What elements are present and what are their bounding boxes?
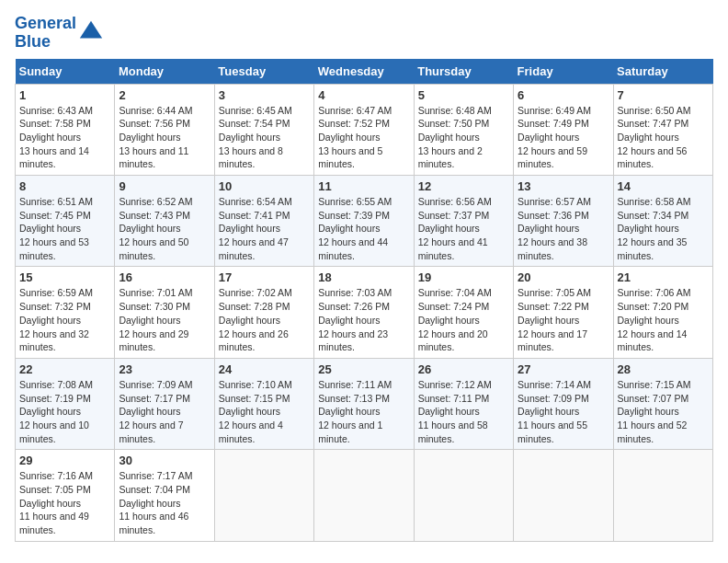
- calendar-cell: 6 Sunrise: 6:49 AMSunset: 7:49 PMDayligh…: [514, 84, 613, 175]
- col-header-wednesday: Wednesday: [314, 59, 414, 85]
- day-info: Sunrise: 6:50 AMSunset: 7:47 PMDaylight …: [618, 104, 709, 171]
- day-info: Sunrise: 7:12 AMSunset: 7:11 PMDaylight …: [418, 378, 509, 445]
- calendar-cell: 30 Sunrise: 7:17 AMSunset: 7:04 PMDaylig…: [115, 450, 214, 541]
- day-info: Sunrise: 7:03 AMSunset: 7:26 PMDaylight …: [318, 286, 409, 353]
- day-number: 3: [219, 88, 310, 102]
- day-number: 1: [19, 88, 110, 102]
- day-number: 4: [318, 88, 409, 102]
- calendar-cell: 16 Sunrise: 7:01 AMSunset: 7:30 PMDaylig…: [115, 267, 214, 358]
- calendar-cell: 24 Sunrise: 7:10 AMSunset: 7:15 PMDaylig…: [214, 358, 313, 449]
- day-info: Sunrise: 7:09 AMSunset: 7:17 PMDaylight …: [119, 378, 210, 445]
- logo-text: GeneralBlue: [15, 15, 76, 52]
- calendar-cell: 14 Sunrise: 6:58 AMSunset: 7:34 PMDaylig…: [613, 176, 712, 267]
- calendar-cell: [613, 450, 712, 541]
- day-number: 14: [618, 179, 709, 193]
- calendar-cell: [314, 450, 414, 541]
- day-number: 27: [518, 362, 609, 376]
- svg-marker-0: [80, 21, 102, 39]
- calendar-cell: 13 Sunrise: 6:57 AMSunset: 7:36 PMDaylig…: [514, 176, 613, 267]
- calendar-cell: [414, 450, 513, 541]
- day-info: Sunrise: 6:47 AMSunset: 7:52 PMDaylight …: [318, 104, 409, 171]
- day-info: Sunrise: 6:57 AMSunset: 7:36 PMDaylight …: [518, 195, 609, 262]
- calendar-cell: 9 Sunrise: 6:52 AMSunset: 7:43 PMDayligh…: [115, 176, 214, 267]
- day-number: 11: [318, 179, 409, 193]
- calendar-cell: 27 Sunrise: 7:14 AMSunset: 7:09 PMDaylig…: [514, 358, 613, 449]
- day-info: Sunrise: 6:45 AMSunset: 7:54 PMDaylight …: [219, 104, 310, 171]
- col-header-tuesday: Tuesday: [214, 59, 313, 85]
- day-number: 15: [19, 270, 110, 284]
- col-header-thursday: Thursday: [414, 59, 513, 85]
- calendar-cell: 21 Sunrise: 7:06 AMSunset: 7:20 PMDaylig…: [613, 267, 712, 358]
- calendar-cell: 29 Sunrise: 7:16 AMSunset: 7:05 PMDaylig…: [16, 450, 115, 541]
- day-info: Sunrise: 7:10 AMSunset: 7:15 PMDaylight …: [219, 378, 310, 445]
- day-info: Sunrise: 6:51 AMSunset: 7:45 PMDaylight …: [19, 195, 110, 262]
- page-header: GeneralBlue: [15, 15, 713, 52]
- calendar-cell: 20 Sunrise: 7:05 AMSunset: 7:22 PMDaylig…: [514, 267, 613, 358]
- calendar-cell: [214, 450, 313, 541]
- day-info: Sunrise: 7:11 AMSunset: 7:13 PMDaylight …: [318, 378, 409, 445]
- day-info: Sunrise: 7:05 AMSunset: 7:22 PMDaylight …: [518, 286, 609, 353]
- calendar-cell: 7 Sunrise: 6:50 AMSunset: 7:47 PMDayligh…: [613, 84, 712, 175]
- calendar-cell: 23 Sunrise: 7:09 AMSunset: 7:17 PMDaylig…: [115, 358, 214, 449]
- calendar-cell: 8 Sunrise: 6:51 AMSunset: 7:45 PMDayligh…: [16, 176, 115, 267]
- calendar-cell: 2 Sunrise: 6:44 AMSunset: 7:56 PMDayligh…: [115, 84, 214, 175]
- calendar-cell: 12 Sunrise: 6:56 AMSunset: 7:37 PMDaylig…: [414, 176, 513, 267]
- calendar-cell: 11 Sunrise: 6:55 AMSunset: 7:39 PMDaylig…: [314, 176, 414, 267]
- day-number: 19: [418, 270, 509, 284]
- day-number: 21: [618, 270, 709, 284]
- day-number: 17: [219, 270, 310, 284]
- logo-icon: [78, 19, 104, 45]
- calendar-cell: 18 Sunrise: 7:03 AMSunset: 7:26 PMDaylig…: [314, 267, 414, 358]
- calendar-cell: 19 Sunrise: 7:04 AMSunset: 7:24 PMDaylig…: [414, 267, 513, 358]
- day-info: Sunrise: 6:55 AMSunset: 7:39 PMDaylight …: [318, 195, 409, 262]
- day-info: Sunrise: 7:15 AMSunset: 7:07 PMDaylight …: [618, 378, 709, 445]
- calendar-cell: 5 Sunrise: 6:48 AMSunset: 7:50 PMDayligh…: [414, 84, 513, 175]
- day-number: 10: [219, 179, 310, 193]
- col-header-sunday: Sunday: [16, 59, 115, 85]
- day-number: 30: [119, 454, 210, 467]
- day-info: Sunrise: 7:04 AMSunset: 7:24 PMDaylight …: [418, 286, 509, 353]
- day-number: 22: [19, 362, 110, 376]
- day-number: 16: [119, 270, 210, 284]
- day-info: Sunrise: 6:58 AMSunset: 7:34 PMDaylight …: [618, 195, 709, 262]
- day-number: 23: [119, 362, 210, 376]
- col-header-monday: Monday: [115, 59, 214, 85]
- calendar-cell: 25 Sunrise: 7:11 AMSunset: 7:13 PMDaylig…: [314, 358, 414, 449]
- day-info: Sunrise: 6:49 AMSunset: 7:49 PMDaylight …: [518, 104, 609, 171]
- day-info: Sunrise: 6:44 AMSunset: 7:56 PMDaylight …: [119, 104, 210, 171]
- day-info: Sunrise: 6:54 AMSunset: 7:41 PMDaylight …: [219, 195, 310, 262]
- calendar-cell: 3 Sunrise: 6:45 AMSunset: 7:54 PMDayligh…: [214, 84, 313, 175]
- day-info: Sunrise: 6:56 AMSunset: 7:37 PMDaylight …: [418, 195, 509, 262]
- day-info: Sunrise: 7:14 AMSunset: 7:09 PMDaylight …: [518, 378, 609, 445]
- day-number: 25: [318, 362, 409, 376]
- day-number: 12: [418, 179, 509, 193]
- day-info: Sunrise: 6:48 AMSunset: 7:50 PMDaylight …: [418, 104, 509, 171]
- day-number: 8: [19, 179, 110, 193]
- day-info: Sunrise: 6:52 AMSunset: 7:43 PMDaylight …: [119, 195, 210, 262]
- day-info: Sunrise: 7:16 AMSunset: 7:05 PMDaylight …: [19, 469, 110, 536]
- logo: GeneralBlue: [15, 15, 104, 52]
- day-info: Sunrise: 7:08 AMSunset: 7:19 PMDaylight …: [19, 378, 110, 445]
- calendar-cell: 10 Sunrise: 6:54 AMSunset: 7:41 PMDaylig…: [214, 176, 313, 267]
- day-number: 9: [119, 179, 210, 193]
- day-info: Sunrise: 7:02 AMSunset: 7:28 PMDaylight …: [219, 286, 310, 353]
- calendar-cell: [514, 450, 613, 541]
- day-number: 18: [318, 270, 409, 284]
- col-header-friday: Friday: [514, 59, 613, 85]
- calendar-cell: 28 Sunrise: 7:15 AMSunset: 7:07 PMDaylig…: [613, 358, 712, 449]
- day-number: 7: [618, 88, 709, 102]
- day-number: 26: [418, 362, 509, 376]
- day-info: Sunrise: 7:06 AMSunset: 7:20 PMDaylight …: [618, 286, 709, 353]
- day-number: 13: [518, 179, 609, 193]
- day-number: 6: [518, 88, 609, 102]
- calendar-table: SundayMondayTuesdayWednesdayThursdayFrid…: [15, 59, 713, 542]
- calendar-cell: 15 Sunrise: 6:59 AMSunset: 7:32 PMDaylig…: [16, 267, 115, 358]
- calendar-cell: 26 Sunrise: 7:12 AMSunset: 7:11 PMDaylig…: [414, 358, 513, 449]
- day-number: 5: [418, 88, 509, 102]
- day-number: 28: [618, 362, 709, 376]
- calendar-cell: 17 Sunrise: 7:02 AMSunset: 7:28 PMDaylig…: [214, 267, 313, 358]
- day-number: 20: [518, 270, 609, 284]
- col-header-saturday: Saturday: [613, 59, 712, 85]
- day-number: 24: [219, 362, 310, 376]
- day-info: Sunrise: 7:01 AMSunset: 7:30 PMDaylight …: [119, 286, 210, 353]
